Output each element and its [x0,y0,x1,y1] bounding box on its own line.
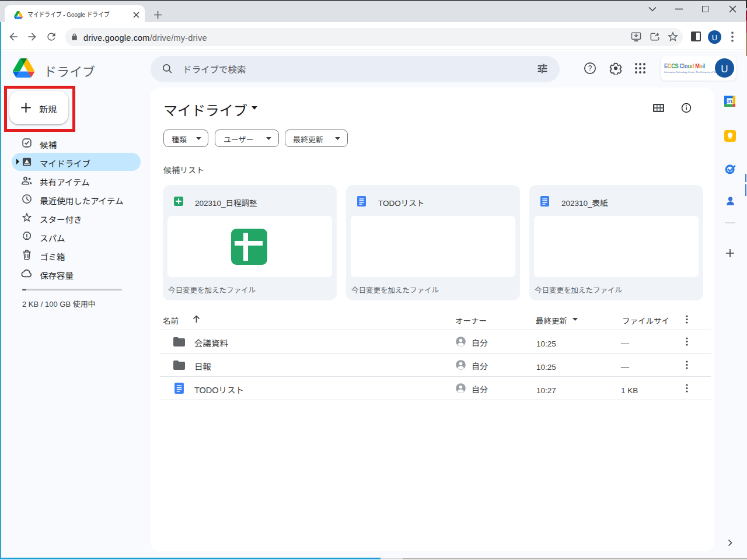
svg-text:31: 31 [727,99,733,104]
svg-text:?: ? [588,64,592,72]
